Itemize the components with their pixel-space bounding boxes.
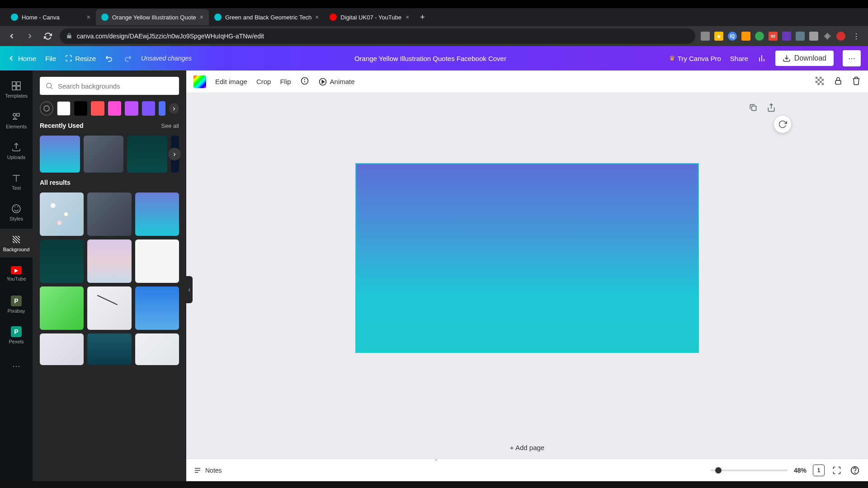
page-indicator[interactable]: 1 — [813, 465, 825, 476]
background-thumbnail[interactable] — [87, 192, 131, 236]
tab-close-icon[interactable]: × — [406, 14, 409, 21]
background-thumbnail[interactable] — [87, 239, 131, 283]
new-tab-button[interactable]: + — [415, 13, 430, 22]
back-button[interactable] — [5, 30, 18, 42]
document-title[interactable]: Orange Yellow Illustration Quotes Facebo… — [354, 55, 506, 62]
tab-close-icon[interactable]: × — [200, 14, 203, 21]
star-icon[interactable]: ★ — [714, 32, 723, 41]
zoom-slider-handle[interactable] — [715, 467, 722, 474]
nav-styles[interactable]: Styles — [0, 198, 33, 227]
browser-menu-icon[interactable]: ⋮ — [850, 30, 863, 42]
nav-templates[interactable]: Templates — [0, 75, 33, 104]
file-button[interactable]: File — [45, 55, 56, 62]
download-button[interactable]: Download — [775, 51, 834, 66]
nav-pexels[interactable]: P Pexels — [0, 321, 33, 350]
browser-tab[interactable]: Home - Canva × — [5, 9, 96, 25]
color-swatch-blue[interactable] — [159, 101, 165, 116]
forward-button[interactable] — [24, 30, 36, 42]
background-thumbnail[interactable] — [135, 192, 179, 236]
flip-button[interactable]: Flip — [280, 78, 291, 85]
background-thumbnail[interactable] — [135, 333, 179, 365]
browser-tab[interactable]: Orange Yellow Illustration Quote × — [96, 9, 209, 25]
tab-close-icon[interactable]: × — [315, 14, 319, 21]
color-swatch-purple[interactable] — [142, 101, 156, 116]
extension-icon[interactable] — [809, 32, 818, 41]
redo-button[interactable] — [123, 54, 132, 63]
duplicate-page-button[interactable] — [747, 101, 760, 114]
transparency-button[interactable] — [815, 76, 825, 87]
color-swatch-white[interactable] — [57, 101, 71, 116]
zoom-slider[interactable] — [711, 469, 788, 471]
help-button[interactable] — [849, 465, 861, 476]
background-thumbnail[interactable] — [40, 239, 84, 283]
extension-icon[interactable] — [782, 32, 791, 41]
resize-button[interactable]: Resize — [65, 55, 96, 62]
nav-youtube[interactable]: ▶ YouTube — [0, 259, 33, 288]
tab-title: Digital UK07 - YouTube — [340, 14, 402, 21]
extension-icon[interactable] — [701, 32, 710, 41]
edit-image-button[interactable]: Edit image — [215, 78, 247, 85]
tab-close-icon[interactable]: × — [87, 14, 90, 21]
see-all-link[interactable]: See all — [161, 122, 179, 129]
bottom-bar: Notes 48% 1 — [186, 459, 868, 481]
background-thumbnail[interactable] — [87, 286, 131, 330]
color-swatch-red[interactable] — [91, 101, 104, 116]
lock-icon — [66, 33, 72, 40]
background-thumbnail[interactable] — [40, 136, 80, 173]
color-picker-button[interactable] — [40, 101, 53, 116]
thumbnails-scroll-right[interactable]: › — [168, 148, 181, 160]
url-field[interactable]: canva.com/design/DAEwjJ5zzic/n0wJo9SpgeW… — [60, 28, 695, 44]
design-canvas[interactable] — [355, 163, 699, 353]
reload-button[interactable] — [42, 30, 54, 42]
extension-icon[interactable] — [796, 32, 805, 41]
crop-button[interactable]: Crop — [256, 78, 271, 85]
color-swatch-black[interactable] — [74, 101, 88, 116]
refresh-button[interactable] — [774, 116, 791, 133]
canvas-area: Edit image Crop Flip Animate — [186, 70, 868, 481]
extension-icon[interactable] — [755, 32, 764, 41]
nav-text[interactable]: Text — [0, 167, 33, 196]
background-thumbnail[interactable] — [135, 239, 179, 283]
browser-tab[interactable]: Digital UK07 - YouTube × — [324, 9, 415, 25]
extension-icon[interactable]: IQ — [728, 32, 737, 41]
background-thumbnail[interactable] — [127, 136, 167, 173]
try-canva-pro-button[interactable]: ♛ Try Canva Pro — [669, 54, 721, 62]
search-input[interactable] — [58, 82, 174, 90]
nav-pixabay[interactable]: P Pixabay — [0, 290, 33, 319]
browser-tab[interactable]: Green and Black Geometric Tech × — [209, 9, 324, 25]
home-button[interactable]: Home — [7, 54, 36, 62]
notes-button[interactable]: Notes — [193, 466, 222, 474]
animate-button[interactable]: Animate — [318, 77, 355, 86]
extensions-menu-icon[interactable] — [823, 32, 832, 41]
nav-background[interactable]: Background — [0, 229, 33, 258]
zoom-percentage[interactable]: 48% — [794, 467, 807, 474]
extension-icon[interactable]: 92 — [769, 32, 778, 41]
background-thumbnail[interactable] — [84, 136, 124, 173]
profile-avatar[interactable] — [836, 32, 845, 41]
color-swatch-magenta[interactable] — [125, 101, 138, 116]
background-thumbnail[interactable] — [40, 333, 84, 365]
nav-elements[interactable]: Elements — [0, 106, 33, 135]
share-button[interactable]: Share — [730, 55, 748, 62]
more-options-button[interactable]: ⋯ — [843, 50, 861, 66]
nav-uploads[interactable]: Uploads — [0, 136, 33, 165]
expand-pages-button[interactable]: ⌃ — [434, 458, 439, 465]
undo-button[interactable] — [105, 54, 114, 63]
background-thumbnail[interactable] — [40, 192, 84, 236]
extension-icon[interactable] — [741, 32, 750, 41]
color-swatch-pink[interactable] — [108, 101, 122, 116]
fullscreen-button[interactable] — [831, 465, 843, 476]
insights-button[interactable] — [757, 54, 766, 63]
lock-button[interactable] — [834, 76, 843, 87]
colors-scroll-right[interactable]: › — [169, 103, 179, 114]
background-thumbnail[interactable] — [135, 286, 179, 330]
nav-more[interactable]: ⋯ — [0, 352, 33, 380]
background-thumbnail[interactable] — [87, 333, 131, 365]
search-box[interactable] — [40, 77, 179, 95]
delete-button[interactable] — [852, 76, 861, 87]
share-page-button[interactable] — [765, 101, 778, 114]
background-thumbnail[interactable] — [40, 286, 84, 330]
background-color-picker[interactable] — [193, 75, 206, 88]
favicon — [214, 14, 222, 21]
info-button[interactable] — [300, 76, 309, 87]
